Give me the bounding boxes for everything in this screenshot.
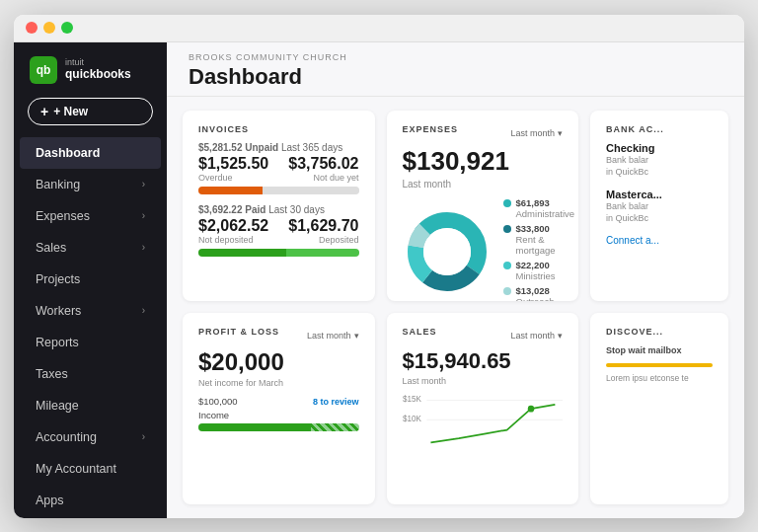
sidebar-item-sales[interactable]: Sales › <box>20 232 161 264</box>
sales-card: SALES Last month ▾ $15,940.65 Last month… <box>387 313 579 504</box>
sidebar-item-expenses[interactable]: Expenses › <box>20 200 161 232</box>
maximize-button[interactable] <box>61 22 73 34</box>
overdue-bar-fill <box>198 187 263 194</box>
chevron-right-icon: › <box>142 210 145 221</box>
legend-dot-ministries <box>503 262 511 269</box>
legend-item-admin: $61,893Administrative <box>503 197 575 219</box>
bank-title: BANK AC... <box>606 124 713 134</box>
notdue-bar-fill <box>263 187 359 194</box>
quickbooks-icon: qb <box>30 56 57 84</box>
invoices-unpaid-label: $5,281.52 Unpaid Last 365 days <box>198 142 359 153</box>
expenses-content: $61,893Administrative $33,800Rent & mort… <box>403 197 564 302</box>
discover-heading: Stop wait mailbox <box>606 344 713 357</box>
svg-point-5 <box>423 228 471 275</box>
deposited-bar-fill <box>286 249 358 257</box>
legend-item-outreach: $13,028Outreach <box>503 285 575 302</box>
sidebar-item-reports[interactable]: Reports <box>20 327 161 358</box>
quickbooks-logo-text: intuit quickbooks <box>65 58 131 81</box>
minimize-button[interactable] <box>43 22 55 34</box>
notdue-label: Not due yet <box>288 173 358 183</box>
sidebar-item-dashboard[interactable]: Dashboard <box>20 137 161 169</box>
expenses-big-amount: $130,921 <box>403 146 564 177</box>
page-title: Dashboard <box>189 64 722 90</box>
pl-header: PROFIT & LOSS Last month ▾ <box>198 327 359 344</box>
pl-review-link[interactable]: 8 to review <box>313 397 359 407</box>
overdue-label: Overdue <box>198 173 268 183</box>
pl-filter[interactable]: Last month ▾ <box>307 331 359 341</box>
invoices-overdue-bar <box>198 187 359 194</box>
dropdown-icon: ▾ <box>558 128 563 138</box>
sidebar-item-workers[interactable]: Workers › <box>20 295 161 327</box>
org-name: BROOKS COMMUNITY CHURCH <box>189 52 722 62</box>
new-button[interactable]: + New <box>28 98 153 125</box>
legend-dot-rent <box>503 225 511 233</box>
sidebar-item-apps[interactable]: Apps <box>20 485 161 516</box>
bank-account-mastercard: Masterca... Bank balar in QuickBc <box>606 189 713 225</box>
pl-bar-fill <box>198 423 311 431</box>
legend-dot-admin <box>503 199 511 207</box>
sidebar-item-mileage[interactable]: Mileage <box>20 390 161 421</box>
expenses-title: EXPENSES <box>403 124 459 134</box>
titlebar <box>14 15 744 42</box>
invoices-deposited-row: $2,062.52 Not deposited $1,629.70 Deposi… <box>198 217 359 245</box>
bank-card: BANK AC... Checking Bank balar in QuickB… <box>590 111 728 302</box>
svg-text:$15K: $15K <box>403 394 421 404</box>
pl-income-row: $100,000 8 to review <box>198 396 359 407</box>
sidebar-item-projects[interactable]: Projects <box>20 264 161 295</box>
profit-loss-card: PROFIT & LOSS Last month ▾ $20,000 Net i… <box>183 313 375 504</box>
sidebar-logo: qb intuit quickbooks <box>14 42 167 94</box>
sales-sub: Last month <box>403 376 564 386</box>
expenses-card: EXPENSES Last month ▾ $130,921 Last mont… <box>387 111 579 302</box>
discover-card: DISCOVE... Stop wait mailbox Lorem ipsu … <box>590 313 728 504</box>
svg-point-10 <box>527 406 534 413</box>
invoices-paid-label: $3,692.22 Paid Last 30 days <box>198 204 359 215</box>
sidebar-item-banking[interactable]: Banking › <box>20 169 161 200</box>
invoices-overdue-row: $1,525.50 Overdue $3,756.02 Not due yet <box>198 155 359 183</box>
pl-sub: Net income for March <box>198 378 359 388</box>
chevron-right-icon: › <box>142 242 145 253</box>
dropdown-icon: ▾ <box>558 331 563 341</box>
dashboard-grid: INVOICES $5,281.52 Unpaid Last 365 days … <box>167 97 744 518</box>
deposited-amount: $1,629.70 <box>288 217 358 235</box>
invoices-title: INVOICES <box>198 124 359 134</box>
pl-income-label: $100,000 <box>198 396 238 407</box>
sales-chart: $15K $10K <box>403 392 564 451</box>
bank-account-checking: Checking Bank balar in QuickBc <box>606 142 713 179</box>
expenses-sub: Last month <box>403 179 564 190</box>
notdeposited-label: Not deposited <box>198 235 268 245</box>
invoices-deposited-bar <box>198 249 359 257</box>
sales-filter[interactable]: Last month ▾ <box>510 331 563 341</box>
sidebar-item-live-bookkeeping[interactable]: Live Bookkeeping <box>20 516 161 518</box>
pl-income-bar <box>198 423 359 431</box>
close-button[interactable] <box>26 22 38 34</box>
expenses-legend: $61,893Administrative $33,800Rent & mort… <box>503 197 575 302</box>
expenses-filter[interactable]: Last month ▾ <box>510 128 563 138</box>
pl-bar-stripe <box>311 423 359 431</box>
discover-body: Lorem ipsu etconse te <box>606 373 713 385</box>
pl-big-amount: $20,000 <box>198 348 359 376</box>
sidebar-item-accounting[interactable]: Accounting › <box>20 421 161 453</box>
deposited-label: Deposited <box>288 235 358 245</box>
expenses-header: EXPENSES Last month ▾ <box>403 124 564 142</box>
chevron-right-icon: › <box>142 305 145 316</box>
discover-yellow-bar <box>606 363 713 367</box>
chevron-right-icon: › <box>142 179 145 190</box>
sales-big-amount: $15,940.65 <box>403 348 564 374</box>
main-header: BROOKS COMMUNITY CHURCH Dashboard <box>167 42 744 97</box>
dropdown-icon: ▾ <box>354 331 359 341</box>
app-window: qb intuit quickbooks + New Dashboard Ban… <box>14 15 744 518</box>
legend-item-rent: $33,800Rent & mortgage <box>503 223 575 256</box>
svg-text:$10K: $10K <box>403 414 421 423</box>
connect-account-link[interactable]: Connect a... <box>606 235 713 246</box>
sidebar-item-my-accountant[interactable]: My Accountant <box>20 453 161 485</box>
notdeposited-amount: $2,062.52 <box>198 217 268 235</box>
app-body: qb intuit quickbooks + New Dashboard Ban… <box>14 42 744 518</box>
sidebar: qb intuit quickbooks + New Dashboard Ban… <box>14 42 167 518</box>
main-content: BROOKS COMMUNITY CHURCH Dashboard INVOIC… <box>167 42 744 518</box>
discover-title: DISCOVE... <box>606 327 713 337</box>
sales-header: SALES Last month ▾ <box>403 327 564 344</box>
sales-title: SALES <box>403 327 437 337</box>
sidebar-item-taxes[interactable]: Taxes <box>20 358 161 390</box>
expenses-donut-chart <box>403 207 492 300</box>
pl-title: PROFIT & LOSS <box>198 327 279 337</box>
